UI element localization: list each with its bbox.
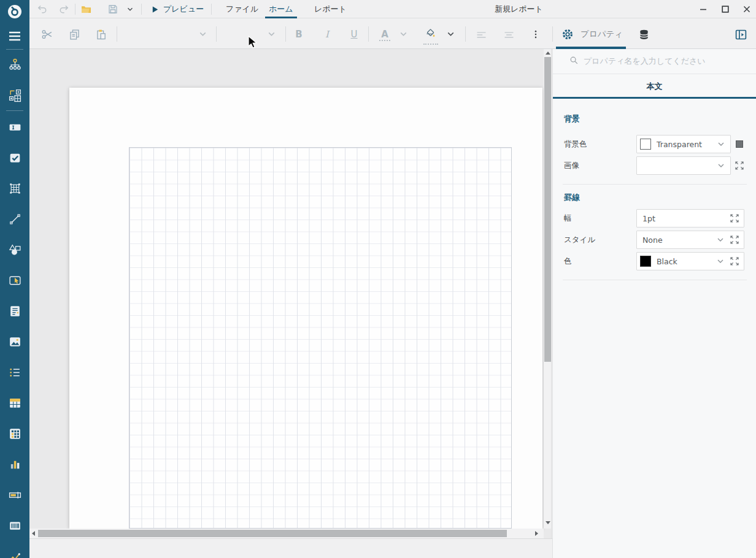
save-dropdown-chevron-icon[interactable] <box>123 2 137 16</box>
design-canvas <box>29 49 552 538</box>
open-file-button[interactable] <box>79 2 93 16</box>
copy-button[interactable] <box>66 26 82 42</box>
background-color-dropdown[interactable]: Transparent <box>636 135 731 153</box>
toolbar-separator <box>285 26 286 42</box>
border-style-expand-button[interactable] <box>730 235 739 245</box>
menu-home[interactable]: ホーム <box>265 0 297 18</box>
tool-layout-icon[interactable] <box>0 85 29 105</box>
scroll-up-arrow[interactable] <box>546 52 550 55</box>
fill-color-button[interactable] <box>423 26 439 42</box>
scroll-right-arrow[interactable] <box>535 531 538 536</box>
font-color-swatch <box>379 40 390 41</box>
italic-button[interactable]: I <box>319 26 335 42</box>
tool-checkbox-icon[interactable] <box>0 147 29 168</box>
tool-barcode-icon[interactable] <box>0 515 29 536</box>
app-logo <box>0 1 29 22</box>
image-dropdown[interactable] <box>636 156 731 175</box>
minimize-button[interactable] <box>695 2 711 17</box>
underline-button[interactable]: U <box>346 26 362 42</box>
body-tab-underline <box>553 97 756 99</box>
border-style-value: None <box>637 235 716 245</box>
cut-button[interactable] <box>39 26 55 42</box>
vertical-scrollbar[interactable] <box>544 49 552 529</box>
document-title: 新規レポート <box>495 0 543 18</box>
border-color-label: 色 <box>564 252 572 270</box>
scroll-left-arrow[interactable] <box>32 531 35 536</box>
tool-textbox-icon[interactable] <box>0 117 29 137</box>
tool-list-icon[interactable] <box>0 362 29 383</box>
font-color-dropdown[interactable] <box>398 29 409 40</box>
border-color-expand-button[interactable] <box>730 256 739 266</box>
data-sources-icon[interactable] <box>636 26 652 42</box>
property-search-input[interactable] <box>584 53 737 69</box>
section-background-title: 背景 <box>564 113 580 124</box>
property-row-background-color: 背景色 Transparent <box>553 135 756 153</box>
horizontal-scroll-thumb[interactable] <box>38 530 507 537</box>
maximize-button[interactable] <box>717 2 733 17</box>
undo-button[interactable] <box>34 2 49 16</box>
image-label: 画像 <box>564 156 579 175</box>
property-row-border-color: 色 Black <box>553 252 756 270</box>
tool-container-select-icon[interactable] <box>0 270 29 291</box>
tool-bullet-icon[interactable] <box>0 484 29 505</box>
menu-report[interactable]: レポート <box>310 0 350 18</box>
panel-header-separator <box>552 26 553 42</box>
toolbar-separator <box>465 26 466 42</box>
properties-panel: 本文 背景 背景色 Transparent 画像 罫線 幅 1pt スタイル <box>552 49 756 558</box>
tool-matrix-icon[interactable] <box>0 423 29 444</box>
tool-sparkline-icon[interactable] <box>0 547 29 558</box>
save-button[interactable] <box>106 2 120 16</box>
section-border-title: 罫線 <box>564 192 580 203</box>
tab-properties[interactable]: プロパティ <box>580 29 623 40</box>
toolbox-sidebar <box>0 0 29 558</box>
tool-table-select-icon[interactable] <box>0 178 29 199</box>
fill-color-dropdown[interactable] <box>446 29 457 40</box>
hamburger-menu-button[interactable] <box>0 26 29 47</box>
border-width-expand-button[interactable] <box>730 213 739 223</box>
background-color-more-button[interactable] <box>736 140 743 148</box>
tab-body[interactable]: 本文 <box>553 81 756 92</box>
search-icon <box>569 55 579 67</box>
align-center-button[interactable] <box>501 26 517 42</box>
panel-divider <box>563 280 747 280</box>
properties-gear-icon[interactable] <box>560 26 576 42</box>
tool-hierarchy-icon[interactable] <box>0 54 29 75</box>
close-button[interactable] <box>739 2 755 17</box>
property-row-border-style: スタイル None <box>553 231 756 249</box>
border-style-dropdown[interactable]: None <box>636 231 744 249</box>
tool-chart-icon[interactable] <box>0 454 29 475</box>
font-color-button[interactable]: A <box>377 26 393 42</box>
horizontal-scrollbar[interactable] <box>29 529 544 538</box>
overflow-menu-button[interactable] <box>528 26 544 42</box>
background-color-value: Transparent <box>651 140 716 149</box>
design-grid[interactable] <box>129 147 512 529</box>
border-color-value: Black <box>651 257 716 266</box>
preview-button[interactable]: プレビュー <box>160 0 207 18</box>
tool-table-icon[interactable] <box>0 392 29 413</box>
vertical-scroll-thumb[interactable] <box>544 57 551 362</box>
scroll-down-arrow[interactable] <box>546 521 550 524</box>
tool-line-icon[interactable] <box>0 208 29 229</box>
bold-button[interactable]: B <box>291 26 307 42</box>
align-left-button[interactable] <box>473 26 489 42</box>
chevron-down-icon <box>716 161 726 170</box>
paste-button[interactable] <box>93 26 109 42</box>
panel-divider <box>553 74 756 74</box>
border-style-label: スタイル <box>564 231 595 249</box>
toolbar-separator <box>216 26 217 42</box>
collapse-panel-button[interactable] <box>733 26 749 42</box>
tool-richtext-icon[interactable] <box>0 300 29 321</box>
font-family-dropdown[interactable] <box>198 29 209 40</box>
menu-file[interactable]: ファイル <box>222 0 262 18</box>
toolbar-separator <box>368 26 369 42</box>
border-color-dropdown[interactable]: Black <box>636 252 744 270</box>
toolbar: B I U A プロパティ <box>29 18 756 49</box>
font-size-dropdown[interactable] <box>266 29 277 40</box>
image-expand-button[interactable] <box>735 161 744 172</box>
tool-image-icon[interactable] <box>0 331 29 352</box>
redo-button[interactable] <box>56 2 71 16</box>
toolbar-separator <box>117 26 117 42</box>
report-page[interactable] <box>69 88 542 529</box>
border-width-input-box[interactable]: 1pt <box>636 209 744 227</box>
tool-shape-icon[interactable] <box>0 239 29 260</box>
